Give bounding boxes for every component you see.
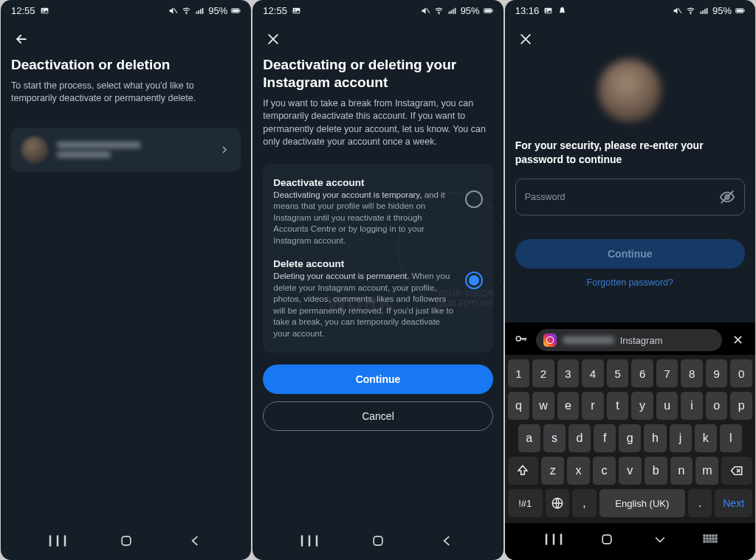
nav-back[interactable] bbox=[184, 533, 206, 548]
key-a[interactable]: a bbox=[518, 424, 540, 452]
eye-off-icon[interactable] bbox=[719, 189, 735, 205]
status-clock: 12:55 bbox=[11, 5, 35, 16]
key-8[interactable]: 8 bbox=[681, 359, 703, 387]
options-card: Deactivate account Deactivating your acc… bbox=[263, 164, 492, 353]
key-w[interactable]: w bbox=[532, 392, 554, 420]
key-m[interactable]: m bbox=[695, 457, 718, 485]
svg-rect-36 bbox=[704, 9, 706, 13]
svg-point-43 bbox=[516, 336, 520, 341]
back-button[interactable] bbox=[11, 29, 32, 49]
svg-rect-46 bbox=[522, 338, 523, 340]
key-r[interactable]: r bbox=[582, 392, 604, 420]
svg-rect-34 bbox=[701, 11, 702, 13]
key-language[interactable] bbox=[546, 489, 570, 517]
key-q[interactable]: q bbox=[508, 392, 530, 420]
key-u[interactable]: u bbox=[656, 392, 678, 420]
continue-button-disabled[interactable]: Continue bbox=[515, 239, 745, 269]
svg-rect-57 bbox=[704, 538, 705, 539]
key-f[interactable]: f bbox=[594, 424, 616, 452]
key-3[interactable]: 3 bbox=[557, 359, 580, 387]
key-backspace[interactable] bbox=[721, 457, 752, 485]
wifi-icon bbox=[182, 6, 191, 15]
option-deactivate[interactable]: Deactivate account Deactivating your acc… bbox=[263, 171, 492, 253]
nav-keyboard-grid-icon[interactable] bbox=[703, 532, 718, 547]
forgotten-password-link[interactable]: Forgotten password? bbox=[515, 277, 745, 288]
nav-hide-keyboard[interactable] bbox=[649, 532, 671, 547]
autofill-suggestion[interactable]: Instagram bbox=[536, 329, 722, 351]
nav-home[interactable] bbox=[367, 533, 389, 548]
cancel-button[interactable]: Cancel bbox=[263, 401, 492, 431]
key-b[interactable]: b bbox=[645, 457, 667, 485]
nav-bar bbox=[505, 523, 755, 560]
svg-rect-55 bbox=[712, 535, 714, 536]
keyboard: 1234567890 qwertyuiop asdfghjkl zxcvbnm … bbox=[505, 355, 755, 523]
key-i[interactable]: i bbox=[681, 392, 703, 420]
key-h[interactable]: h bbox=[644, 424, 666, 452]
svg-rect-7 bbox=[202, 7, 204, 13]
svg-line-32 bbox=[678, 8, 681, 13]
svg-line-17 bbox=[426, 8, 429, 13]
password-input[interactable]: Password bbox=[515, 179, 745, 215]
key-v[interactable]: v bbox=[619, 457, 642, 485]
continue-button[interactable]: Continue bbox=[263, 364, 492, 394]
close-button[interactable] bbox=[515, 29, 536, 49]
key-5[interactable]: 5 bbox=[607, 359, 629, 387]
svg-rect-58 bbox=[707, 538, 708, 539]
radio-checked[interactable] bbox=[465, 272, 483, 289]
key-9[interactable]: 9 bbox=[706, 359, 728, 387]
key-2[interactable]: 2 bbox=[532, 359, 554, 387]
phone-screen-3: 13:16 95% For your security, please re-e… bbox=[505, 0, 755, 560]
radio-unchecked[interactable] bbox=[465, 190, 483, 208]
key-c[interactable]: c bbox=[593, 457, 616, 485]
key-k[interactable]: k bbox=[695, 424, 717, 452]
key-t[interactable]: t bbox=[607, 392, 629, 420]
key-comma[interactable]: , bbox=[572, 489, 597, 517]
picture-icon bbox=[292, 6, 301, 15]
nav-recents[interactable] bbox=[543, 532, 565, 547]
close-button[interactable] bbox=[263, 29, 284, 49]
nav-back[interactable] bbox=[436, 533, 458, 548]
key-0[interactable]: 0 bbox=[730, 359, 752, 387]
svg-point-3 bbox=[186, 13, 187, 13]
key-s[interactable]: s bbox=[543, 424, 566, 452]
key-1[interactable]: 1 bbox=[508, 359, 530, 387]
key-e[interactable]: e bbox=[557, 392, 580, 420]
option-delete[interactable]: Delete account Deleting your account is … bbox=[263, 252, 492, 345]
key-j[interactable]: j bbox=[670, 424, 692, 452]
key-z[interactable]: z bbox=[541, 457, 564, 485]
key-y[interactable]: y bbox=[631, 392, 653, 420]
nav-home[interactable] bbox=[115, 533, 137, 548]
phone-screen-1: 12:55 95% bbox=[1, 0, 251, 560]
key-4[interactable]: 4 bbox=[582, 359, 604, 387]
key-d[interactable]: d bbox=[568, 424, 591, 452]
key-next[interactable]: Next bbox=[715, 489, 752, 517]
key-period[interactable]: . bbox=[688, 489, 712, 517]
key-symbols[interactable]: !#1 bbox=[508, 489, 543, 517]
security-prompt: For your security, please re-enter your … bbox=[515, 139, 745, 167]
key-l[interactable]: l bbox=[720, 424, 742, 452]
key-x[interactable]: x bbox=[567, 457, 590, 485]
key-p[interactable]: p bbox=[730, 392, 752, 420]
option-title: Deactivate account bbox=[273, 177, 456, 188]
battery-percent: 95% bbox=[712, 5, 732, 16]
battery-icon bbox=[231, 6, 241, 15]
svg-rect-29 bbox=[374, 536, 382, 545]
key-n[interactable]: n bbox=[670, 457, 693, 485]
svg-rect-22 bbox=[454, 7, 456, 13]
nav-home[interactable] bbox=[596, 532, 618, 547]
key-6[interactable]: 6 bbox=[631, 359, 653, 387]
key-7[interactable]: 7 bbox=[656, 359, 678, 387]
key-g[interactable]: g bbox=[619, 424, 641, 452]
svg-rect-21 bbox=[453, 9, 454, 13]
status-clock: 12:55 bbox=[263, 5, 287, 16]
intro-text: If you want to take a break from Instagr… bbox=[263, 97, 492, 149]
dismiss-suggestion[interactable]: ✕ bbox=[729, 332, 746, 348]
nav-recents[interactable] bbox=[298, 533, 320, 548]
nav-recents[interactable] bbox=[47, 533, 69, 548]
avatar bbox=[598, 59, 662, 122]
key-space[interactable]: English (UK) bbox=[599, 489, 685, 517]
key-o[interactable]: o bbox=[706, 392, 728, 420]
account-row[interactable] bbox=[11, 128, 241, 172]
battery-icon bbox=[735, 6, 745, 15]
key-shift[interactable] bbox=[508, 457, 539, 485]
